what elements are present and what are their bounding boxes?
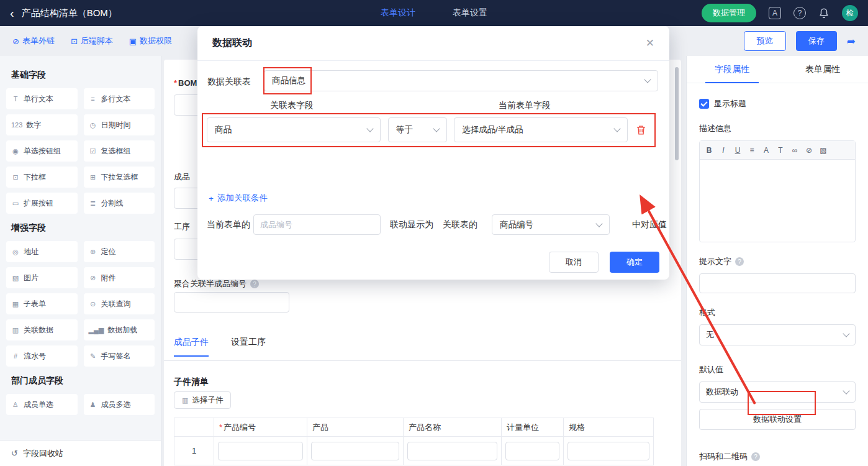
field-item-multi-select[interactable]: ⊞下拉复选框 xyxy=(84,167,155,188)
canvas-scrollbar[interactable] xyxy=(675,67,679,160)
language-icon[interactable]: A xyxy=(769,7,781,19)
condition-field-select[interactable]: 商品 xyxy=(207,117,381,142)
field-item-member-single[interactable]: ♙成员单选 xyxy=(6,394,78,415)
field-item-single-line-text[interactable]: T单行文本 xyxy=(6,88,78,109)
field-item-select[interactable]: ⊡下拉框 xyxy=(6,167,78,188)
link-data-permission[interactable]: ▣ 数据权限 xyxy=(129,35,172,47)
linkage-setting-button[interactable]: 数据联动设置 xyxy=(699,409,856,430)
field-item-image[interactable]: ▧图片 xyxy=(6,267,78,288)
link-icon[interactable]: ∞ xyxy=(791,146,798,155)
subform-icon: ▦ xyxy=(11,300,20,308)
share-icon[interactable]: ➦ xyxy=(847,35,856,48)
field-item-attachment[interactable]: ⊘附件 xyxy=(84,267,155,288)
question-icon[interactable]: ? xyxy=(250,280,259,288)
field-item-member-multi[interactable]: ♟成员多选 xyxy=(84,394,155,415)
field-item-datetime[interactable]: ◷日期时间 xyxy=(84,114,155,135)
preview-button[interactable]: 预览 xyxy=(744,31,786,51)
chevron-down-icon xyxy=(595,220,602,227)
tab-field-properties[interactable]: 字段属性 xyxy=(687,56,777,83)
confirm-button[interactable]: 确定 xyxy=(610,252,659,273)
field-item-signature[interactable]: ✎手写签名 xyxy=(84,345,155,367)
field-item-checkbox-group[interactable]: ☑复选框组 xyxy=(84,140,155,162)
question-icon[interactable]: ? xyxy=(735,257,744,266)
field-item-multi-line-text[interactable]: ≡多行文本 xyxy=(84,88,155,109)
data-manage-button[interactable]: 数据管理 xyxy=(702,4,756,22)
label-text: 聚合关联半成品编号 xyxy=(174,278,246,290)
bell-icon[interactable] xyxy=(818,7,830,19)
default-value-select[interactable]: 数据联动 xyxy=(699,381,856,403)
tab-form-settings[interactable]: 表单设置 xyxy=(453,7,487,19)
relation-field-select[interactable]: 商品编号 xyxy=(492,214,610,235)
pen-icon: ✎ xyxy=(89,352,97,360)
relation-data-icon: ▥ xyxy=(11,326,20,334)
checkbox-checked-icon[interactable] xyxy=(699,99,709,109)
field-item-extend-button[interactable]: ▭扩展按钮 xyxy=(6,193,78,214)
underline-icon[interactable]: U xyxy=(734,146,741,155)
field-item-relation-data[interactable]: ▥关联数据 xyxy=(6,319,78,340)
condition-operator-select[interactable]: 等于 xyxy=(388,117,447,142)
field-label: 数字 xyxy=(26,120,41,130)
condition-target-select[interactable]: 选择成品/半成品 xyxy=(454,117,628,142)
relation-table-select[interactable]: 商品信息 xyxy=(264,70,658,91)
field-item-divider[interactable]: ≣分割线 xyxy=(84,193,155,214)
show-title-checkbox[interactable]: 显示标题 xyxy=(699,98,856,109)
field-label: 下拉框 xyxy=(24,172,46,183)
italic-icon[interactable]: I xyxy=(720,146,727,155)
chevron-down-icon xyxy=(843,330,849,337)
field-label: 复选框组 xyxy=(101,146,131,157)
permission-icon: ▣ xyxy=(129,37,137,46)
field-item-data-load[interactable]: ▂▄▆数据加载 xyxy=(84,319,155,340)
link-form-external[interactable]: ⊘ 表单外链 xyxy=(12,35,55,47)
description-editor-content[interactable] xyxy=(700,160,855,242)
align-icon[interactable]: ≡ xyxy=(748,146,756,155)
current-form-field-input[interactable] xyxy=(253,214,381,235)
hint-input[interactable] xyxy=(699,273,856,293)
field-item-relation-query[interactable]: ⊙关联查询 xyxy=(84,293,155,314)
font-size-icon[interactable]: T xyxy=(777,146,784,155)
format-select[interactable]: 无 xyxy=(699,324,856,345)
tab-form-design[interactable]: 表单设计 xyxy=(381,7,415,19)
field-item-serial-number[interactable]: #流水号 xyxy=(6,345,78,367)
field-item-number[interactable]: 123数字 xyxy=(6,114,78,135)
tab-form-properties[interactable]: 表单属性 xyxy=(777,56,868,83)
insert-image-icon[interactable]: ▧ xyxy=(820,146,827,155)
save-button[interactable]: 保存 xyxy=(796,31,837,51)
close-icon[interactable]: ✕ xyxy=(646,37,654,50)
help-icon[interactable]: ? xyxy=(793,7,806,19)
select-value: 等于 xyxy=(396,124,413,135)
property-panel: 字段属性 表单属性 显示标题 描述信息 B I U ≡ A T ∞ ⊘ ▧ xyxy=(686,56,868,466)
col-header-product-name: 产品名称 xyxy=(404,418,502,437)
field-item-radio-group[interactable]: ◉单选按钮组 xyxy=(6,140,78,162)
tab-finished-parts[interactable]: 成品子件 xyxy=(174,337,209,357)
link-backend-script[interactable]: ⊡ 后端脚本 xyxy=(71,35,113,47)
scan-section-label: 扫码和二维码 ? xyxy=(699,451,856,462)
field-item-location[interactable]: ⊕定位 xyxy=(84,241,155,262)
required-mark: * xyxy=(174,78,177,88)
add-condition-link[interactable]: + 添加关联条件 xyxy=(209,193,268,204)
table-cell-input[interactable] xyxy=(567,442,649,460)
bold-icon[interactable]: B xyxy=(705,146,713,155)
back-icon[interactable]: ‹ xyxy=(10,7,14,19)
agg-input[interactable] xyxy=(174,292,289,313)
cancel-button[interactable]: 取消 xyxy=(549,252,599,273)
field-item-subform[interactable]: ▦子表单 xyxy=(6,293,78,314)
select-parts-button[interactable]: ▥ 选择子件 xyxy=(174,391,231,409)
delete-condition-button[interactable] xyxy=(636,124,646,137)
field-item-address[interactable]: ◎地址 xyxy=(6,241,78,262)
external-link-icon: ⊘ xyxy=(12,37,19,46)
label-text: 扫码和二维码 xyxy=(699,451,748,462)
field-label: 图片 xyxy=(24,273,38,283)
field-label: 扩展按钮 xyxy=(24,198,53,209)
question-icon[interactable]: ? xyxy=(751,452,760,461)
unlink-icon[interactable]: ⊘ xyxy=(805,146,813,155)
tab-set-process[interactable]: 设置工序 xyxy=(231,337,266,357)
font-color-icon[interactable]: A xyxy=(762,146,770,155)
avatar[interactable]: 检 xyxy=(842,5,858,21)
chevron-down-icon xyxy=(366,125,373,132)
table-cell-input[interactable] xyxy=(505,442,559,460)
table-cell-input[interactable] xyxy=(218,442,303,460)
table-cell-input[interactable] xyxy=(311,442,399,460)
serial-number-icon: # xyxy=(11,352,20,360)
field-recycle-bin[interactable]: ↺ 字段回收站 xyxy=(0,440,161,466)
table-cell-input[interactable] xyxy=(407,442,497,460)
